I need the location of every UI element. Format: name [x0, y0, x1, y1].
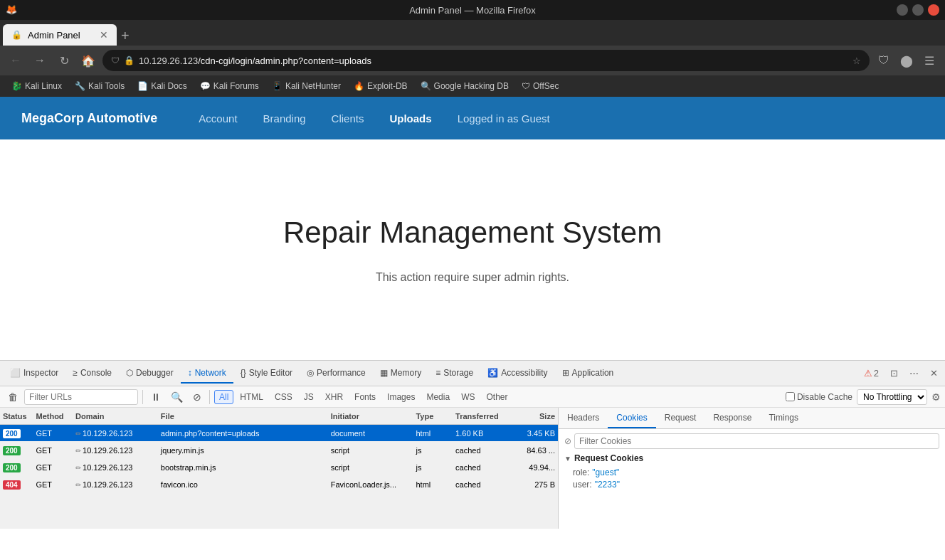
browser-content: MegaCorp Automotive Account Branding Cli…	[0, 97, 945, 360]
filter-other[interactable]: Other	[481, 390, 512, 404]
bookmark-kali-linux-label: Kali Linux	[25, 81, 62, 91]
disable-cache-text: Disable Cache	[797, 392, 852, 402]
tab-memory[interactable]: ▦ Memory	[373, 364, 428, 384]
tab-application[interactable]: ⊞ Application	[555, 364, 621, 384]
table-row[interactable]: 200 GET ✏10.129.26.123 admin.php?content…	[0, 425, 558, 442]
bookmark-kali-tools[interactable]: 🔧 Kali Tools	[69, 78, 130, 94]
table-row[interactable]: 200 GET ✏10.129.26.123 jquery.min.js scr…	[0, 442, 558, 459]
filter-css[interactable]: CSS	[270, 390, 297, 404]
menu-button[interactable]: ☰	[919, 51, 939, 70]
bookmark-kali-linux[interactable]: 🐉 Kali Linux	[6, 78, 68, 94]
kali-forums-icon: 💬	[200, 81, 211, 91]
new-tab-button[interactable]: +	[121, 28, 130, 44]
row-type: js	[413, 446, 453, 455]
bookmarks-bar: 🐉 Kali Linux 🔧 Kali Tools 📄 Kali Docs 💬 …	[0, 75, 945, 97]
details-tab-response[interactable]: Response	[704, 408, 760, 428]
header-type: Type	[413, 412, 453, 421]
network-settings-button[interactable]: ⚙	[931, 391, 941, 403]
clear-button[interactable]: 🗑	[4, 389, 21, 405]
devtools-overflow-button[interactable]: ⋯	[905, 365, 923, 381]
filter-js[interactable]: JS	[299, 390, 319, 404]
filter-fonts[interactable]: Fonts	[349, 390, 381, 404]
back-button[interactable]: ←	[6, 51, 26, 70]
filter-ws[interactable]: WS	[456, 390, 480, 404]
tab-style-editor[interactable]: {} Style Editor	[233, 364, 300, 384]
details-tab-headers[interactable]: Headers	[559, 408, 608, 428]
bookmark-star-icon[interactable]: ☆	[852, 56, 861, 66]
bookmark-google-hacking-db-label: Google Hacking DB	[434, 81, 509, 91]
filter-all[interactable]: All	[214, 390, 233, 404]
tab-network-label: Network	[195, 368, 226, 378]
bookmark-exploit-db[interactable]: 🔥 Exploit-DB	[348, 78, 413, 94]
shield-toolbar-button[interactable]: 🛡	[874, 51, 894, 70]
filter-button[interactable]: ⊘	[189, 389, 205, 405]
filter-media[interactable]: Media	[421, 390, 455, 404]
tab-debugger[interactable]: ⬡ Debugger	[119, 364, 181, 384]
disable-cache-label: Disable Cache	[786, 392, 852, 402]
tab-accessibility[interactable]: ♿ Accessibility	[480, 364, 554, 384]
search-button[interactable]: 🔍	[167, 389, 186, 405]
errors-count: 2	[874, 368, 879, 379]
tab-console-label: Console	[80, 368, 112, 378]
bookmark-kali-nethunter[interactable]: 📱 Kali NetHunter	[266, 78, 347, 94]
filter-urls-input[interactable]	[24, 389, 138, 405]
tab-storage[interactable]: ≡ Storage	[428, 364, 480, 384]
storage-icon: ≡	[435, 368, 440, 378]
cookie-key-role: role:	[573, 467, 589, 477]
row-domain: ✏10.129.26.123	[73, 446, 158, 455]
tab-network[interactable]: ↕ Network	[181, 364, 233, 384]
tab-memory-label: Memory	[391, 368, 421, 378]
tab-application-label: Application	[572, 368, 614, 378]
filter-cookies-input[interactable]	[574, 433, 939, 449]
row-type: html	[413, 429, 453, 438]
throttle-select[interactable]: No Throttling	[857, 389, 927, 405]
tab-close-button[interactable]: ✕	[100, 29, 108, 41]
details-tab-request[interactable]: Request	[656, 408, 705, 428]
pause-button[interactable]: ⏸	[147, 389, 164, 405]
bookmark-kali-docs-label: Kali Docs	[151, 81, 187, 91]
responsive-design-button[interactable]: ⊡	[886, 365, 902, 381]
site-brand: MegaCorp Automotive	[21, 111, 157, 126]
nav-clients[interactable]: Clients	[319, 107, 377, 130]
filter-images[interactable]: Images	[382, 390, 420, 404]
bookmark-kali-docs[interactable]: 📄 Kali Docs	[132, 78, 193, 94]
tab-performance-label: Performance	[317, 368, 366, 378]
bookmark-kali-forums[interactable]: 💬 Kali Forums	[194, 78, 265, 94]
bookmark-offsec[interactable]: 🛡 OffSec	[516, 78, 564, 94]
browser-tab[interactable]: 🔒 Admin Panel ✕	[3, 24, 117, 46]
row-size: 3.45 KB	[505, 429, 558, 438]
table-row[interactable]: 200 GET ✏10.129.26.123 bootstrap.min.js …	[0, 459, 558, 476]
nav-branding[interactable]: Branding	[250, 107, 319, 130]
minimize-button[interactable]	[897, 4, 908, 16]
row-size: 84.63 ...	[505, 446, 558, 455]
row-size: 275 B	[505, 480, 558, 489]
details-tab-timings[interactable]: Timings	[760, 408, 807, 428]
forward-button[interactable]: →	[30, 51, 50, 70]
exploit-db-icon: 🔥	[354, 81, 364, 91]
domain-icon: ✏	[75, 481, 81, 489]
nav-account[interactable]: Account	[186, 107, 250, 130]
disable-cache-checkbox[interactable]	[786, 392, 795, 401]
status-badge: 404	[3, 480, 21, 490]
tab-console[interactable]: ≥ Console	[65, 364, 119, 384]
nav-uploads[interactable]: Uploads	[376, 107, 444, 130]
tab-performance[interactable]: ◎ Performance	[300, 364, 373, 384]
record-button[interactable]: ⬤	[897, 51, 917, 70]
tab-accessibility-label: Accessibility	[501, 368, 547, 378]
bookmark-google-hacking-db[interactable]: 🔍 Google Hacking DB	[415, 78, 514, 94]
table-row[interactable]: 404 GET ✏10.129.26.123 favicon.ico Favic…	[0, 476, 558, 493]
close-window-button[interactable]	[928, 4, 939, 16]
filter-html[interactable]: HTML	[235, 390, 268, 404]
row-method: GET	[33, 463, 73, 472]
details-tab-cookies[interactable]: Cookies	[608, 408, 655, 428]
home-button[interactable]: 🏠	[78, 51, 98, 70]
row-file: jquery.min.js	[158, 446, 328, 455]
devtools-close-button[interactable]: ✕	[926, 365, 942, 381]
reload-button[interactable]: ↻	[54, 51, 74, 70]
address-box[interactable]: 🛡 🔒 10.129.26.123/cdn-cgi/login/admin.ph…	[102, 50, 870, 71]
tab-inspector[interactable]: ⬜ Inspector	[3, 364, 65, 384]
maximize-button[interactable]	[912, 4, 924, 16]
filter-xhr[interactable]: XHR	[320, 390, 348, 404]
row-domain: ✏10.129.26.123	[73, 480, 158, 489]
errors-button[interactable]: ⚠ 2	[860, 365, 883, 381]
